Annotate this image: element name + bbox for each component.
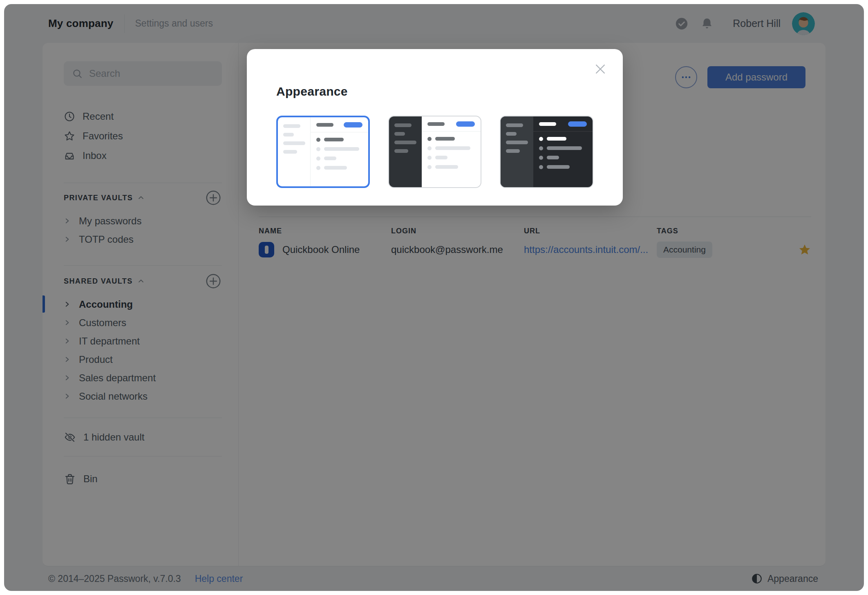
preview-dot [539, 165, 543, 169]
theme-preview-main [533, 116, 593, 187]
preview-row [539, 146, 587, 150]
preview-bar [394, 132, 405, 136]
preview-bar [283, 150, 297, 154]
preview-row [316, 147, 362, 151]
preview-bar [435, 146, 470, 150]
preview-bar [427, 122, 445, 126]
close-icon [593, 62, 607, 76]
preview-bar [506, 149, 520, 153]
preview-button [456, 121, 475, 127]
preview-bar [283, 133, 294, 136]
preview-bar [539, 122, 556, 126]
preview-bar [547, 146, 582, 150]
preview-bar [506, 132, 517, 136]
preview-button [568, 121, 587, 127]
preview-row [539, 137, 587, 141]
preview-bar [316, 123, 333, 127]
theme-options [276, 116, 593, 188]
preview-row [427, 156, 475, 160]
preview-bar [324, 166, 347, 170]
preview-bar [506, 141, 528, 144]
preview-row [427, 146, 475, 150]
close-button[interactable] [593, 62, 607, 76]
preview-header [311, 117, 368, 132]
preview-dot [539, 146, 543, 150]
preview-dot [427, 137, 432, 141]
preview-dot [316, 138, 320, 142]
theme-preview-sidebar [389, 116, 422, 187]
preview-header [533, 116, 593, 132]
preview-bar [435, 156, 447, 159]
preview-dot [316, 166, 320, 170]
preview-bar [283, 141, 305, 145]
preview-dot [427, 146, 432, 150]
preview-row [316, 138, 362, 142]
theme-preview-sidebar [278, 117, 311, 186]
theme-preview-main [422, 116, 481, 187]
preview-list [311, 132, 368, 175]
preview-dot [539, 156, 543, 160]
preview-bar [547, 156, 559, 159]
preview-bar [324, 147, 359, 151]
theme-preview-sidebar [501, 116, 533, 187]
theme-preview-main [311, 117, 368, 186]
preview-bar [283, 124, 300, 128]
app-window: My company Settings and users Robert Hil… [4, 4, 864, 591]
preview-dot [316, 147, 320, 151]
theme-option-light[interactable] [276, 116, 370, 188]
preview-list [533, 132, 593, 174]
preview-row [316, 157, 362, 161]
preview-bar [547, 165, 570, 169]
preview-row [427, 137, 475, 141]
preview-dot [427, 165, 432, 169]
preview-button [344, 122, 362, 128]
screenshot-frame: My company Settings and users Robert Hil… [0, 0, 868, 595]
preview-header [422, 116, 481, 132]
preview-row [539, 156, 587, 160]
preview-bar [394, 141, 416, 144]
preview-dot [316, 157, 320, 161]
theme-option-mixed[interactable] [388, 116, 482, 188]
preview-dot [427, 156, 432, 160]
preview-list [422, 132, 481, 174]
preview-bar [547, 137, 566, 141]
preview-bar [394, 149, 408, 153]
preview-bar [435, 137, 455, 141]
preview-bar [324, 138, 344, 141]
preview-bar [324, 157, 336, 160]
preview-bar [435, 165, 458, 169]
preview-dot [539, 137, 543, 141]
modal-title: Appearance [276, 85, 593, 98]
preview-row [316, 166, 362, 170]
preview-bar [506, 123, 523, 127]
preview-row [427, 165, 475, 169]
appearance-modal: Appearance [247, 49, 623, 206]
theme-option-dark[interactable] [500, 116, 593, 188]
preview-row [539, 165, 587, 169]
preview-bar [394, 123, 412, 127]
